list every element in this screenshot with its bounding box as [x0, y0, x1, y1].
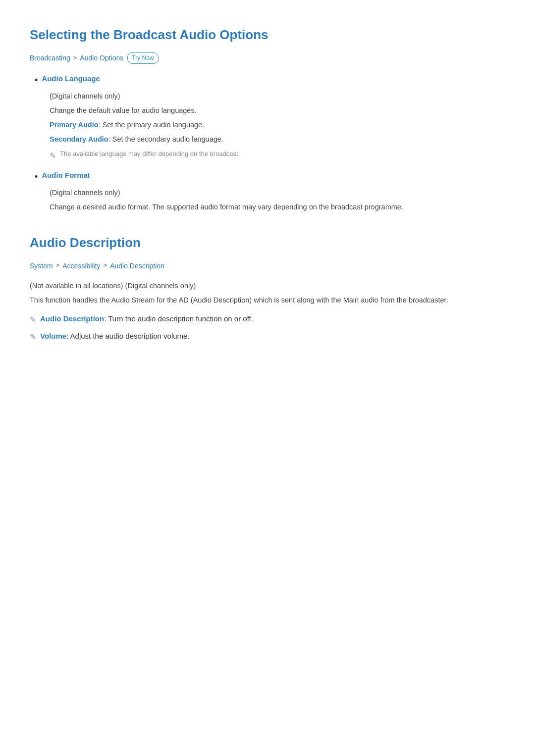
section2-line2: This function handles the Audio Stream f… [30, 295, 505, 306]
section2-line1: (Not available in all locations) (Digita… [30, 280, 505, 292]
ad-note-2-rest: : Adjust the audio description volume. [66, 332, 189, 340]
audio-language-line1: (Digital channels only) [50, 91, 505, 102]
primary-audio-note: Primary Audio: Set the primary audio lan… [50, 119, 505, 131]
section1-title: Selecting the Broadcast Audio Options [30, 25, 505, 46]
breadcrumb-broadcasting[interactable]: Broadcasting [30, 52, 70, 63]
audio-description-inline-link[interactable]: Audio Description [40, 314, 104, 323]
ad-note-2-text: Volume: Adjust the audio description vol… [40, 330, 190, 342]
breadcrumb-accessibility[interactable]: Accessibility [62, 260, 100, 271]
secondary-audio-note: Secondary Audio: Set the secondary audio… [50, 134, 505, 145]
breadcrumb-sep1: > [73, 53, 77, 63]
ad-note-row-2: ✎ Volume: Adjust the audio description v… [30, 330, 505, 344]
pencil-icon-3: ✎ [30, 331, 36, 344]
audio-language-line2: Change the default value for audio langu… [50, 105, 505, 116]
ad-note-row-1: ✎ Audio Description: Turn the audio desc… [30, 313, 505, 326]
audio-format-line1: (Digital channels only) [50, 187, 505, 199]
audio-language-note-text: The available language may differ depend… [60, 149, 240, 159]
list-item-audio-format: • Audio Format (Digital channels only) C… [35, 169, 505, 213]
breadcrumb-audio-options[interactable]: Audio Options [80, 52, 123, 63]
volume-inline-link[interactable]: Volume [40, 332, 66, 340]
section2-title: Audio Description [30, 233, 505, 253]
primary-audio-link[interactable]: Primary Audio [50, 121, 99, 129]
secondary-audio-rest: : Set the secondary audio language. [108, 135, 223, 143]
breadcrumb-sep2: > [56, 260, 60, 271]
ad-note-1-text: Audio Description: Turn the audio descri… [40, 313, 253, 325]
bullet-dot-2: • [35, 170, 38, 184]
breadcrumb-system[interactable]: System [30, 260, 53, 271]
section1-breadcrumb: Broadcasting > Audio Options Try Now [30, 52, 505, 64]
section2-content: (Not available in all locations) (Digita… [30, 280, 505, 306]
audio-format-label: Audio Format [42, 169, 90, 181]
audio-language-label: Audio Language [42, 73, 100, 85]
list-item-audio-language: • Audio Language (Digital channels only)… [35, 73, 505, 162]
ad-note-1-rest: : Turn the audio description function on… [104, 314, 253, 323]
secondary-audio-link[interactable]: Secondary Audio [50, 135, 108, 143]
breadcrumb-audio-description[interactable]: Audio Description [110, 260, 164, 271]
breadcrumb-sep3: > [104, 260, 107, 271]
audio-language-note-row: ✎ The available language may differ depe… [50, 149, 505, 162]
audio-language-content: (Digital channels only) Change the defau… [50, 91, 505, 162]
bullet-dot-1: • [35, 73, 38, 88]
audio-format-line2: Change a desired audio format. The suppo… [50, 202, 505, 213]
audio-format-content: (Digital channels only) Change a desired… [50, 187, 505, 213]
pencil-icon-2: ✎ [30, 313, 36, 326]
try-now-badge[interactable]: Try Now [127, 52, 158, 64]
primary-audio-rest: : Set the primary audio language. [99, 121, 205, 129]
section2-breadcrumb: System > Accessibility > Audio Descripti… [30, 260, 505, 271]
pencil-icon-1: ✎ [50, 150, 56, 162]
section1-list: • Audio Language (Digital channels only)… [35, 73, 505, 213]
